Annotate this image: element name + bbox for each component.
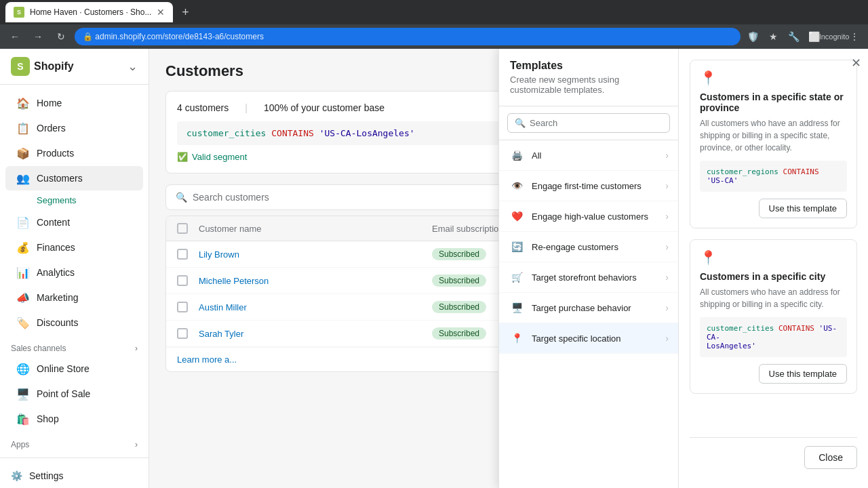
template-item-all-label: All: [532, 150, 541, 161]
row-2-checkbox[interactable]: [177, 302, 188, 312]
sidebar-item-customers-label: Customers: [37, 173, 83, 184]
sidebar-item-pos-label: Point of Sale: [37, 388, 90, 399]
sidebar-item-point-of-sale[interactable]: 🖥️ Point of Sale: [5, 382, 143, 406]
sidebar-item-home[interactable]: 🏠 Home: [5, 91, 143, 115]
finances-icon: 💰: [16, 241, 30, 254]
templates-panel: ✕ Templates Create new segments using cu…: [498, 49, 868, 488]
sidebar-item-products[interactable]: 📦 Products: [5, 141, 143, 165]
td-check-2[interactable]: [177, 302, 199, 312]
orders-icon: 📋: [16, 121, 30, 135]
address-bar[interactable]: 🔒 admin.shopify.com/store/de8143-a6/cust…: [75, 28, 741, 45]
use-template-city-button[interactable]: Use this template: [759, 364, 847, 384]
templates-subtitle: Create new segments using customizable t…: [510, 75, 667, 95]
templates-title: Templates: [510, 60, 667, 72]
all-template-icon: 🖨️: [509, 147, 525, 163]
template-item-engage-first-label: Engage first-time customers: [532, 181, 642, 191]
apps-expand-icon[interactable]: ›: [135, 440, 138, 449]
content-icon: 📄: [16, 216, 30, 229]
row-3-checkbox[interactable]: [177, 328, 188, 339]
templates-search-placeholder: Search: [530, 118, 557, 128]
sidebar-item-content[interactable]: 📄 Content: [5, 210, 143, 235]
th-checkbox: [177, 223, 199, 234]
sidebar-item-orders-label: Orders: [37, 123, 66, 134]
shopify-logo-icon: S: [11, 57, 30, 76]
sidebar-item-discounts[interactable]: 🏷️ Discounts: [5, 310, 143, 335]
apps-label: Apps: [11, 440, 29, 449]
sidebar-nav: 🏠 Home 📋 Orders 📦 Products 👥 Customers S…: [0, 85, 149, 458]
sidebar-item-finances-label: Finances: [37, 242, 75, 253]
sidebar-item-shop-label: Shop: [37, 413, 59, 424]
template-item-reengage[interactable]: 🔄 Re-engage customers ›: [499, 232, 678, 262]
browser-toolbar: ← → ↻ 🔒 admin.shopify.com/store/de8143-a…: [0, 24, 868, 49]
panel-close-button[interactable]: ✕: [851, 56, 861, 70]
template-item-engage-high-left: ❤️ Engage high-value customers: [509, 208, 648, 224]
sidebar-item-analytics[interactable]: 📊 Analytics: [5, 260, 143, 285]
reengage-arrow: ›: [665, 241, 669, 252]
sidebar-sub-item-segments[interactable]: Segments: [5, 191, 143, 209]
extensions-icon[interactable]: 🔧: [785, 28, 802, 45]
td-name-2[interactable]: Austin Miller: [199, 302, 432, 312]
template-item-all[interactable]: 🖨️ All ›: [499, 140, 678, 171]
template-item-storefront[interactable]: 🛒 Target storefront behaviors ›: [499, 262, 678, 293]
search-customers-placeholder: Search customers: [193, 192, 269, 203]
sidebar-item-finances[interactable]: 💰 Finances: [5, 235, 143, 260]
td-name-3[interactable]: Sarah Tyler: [199, 329, 432, 339]
state-card-desc: All customers who have an address for sh…: [700, 117, 847, 154]
shopify-logo[interactable]: S Shopify: [11, 57, 74, 76]
settings-label: Settings: [29, 470, 64, 481]
td-name-0[interactable]: Lily Brown: [199, 249, 432, 260]
row-0-checkbox[interactable]: [177, 249, 188, 260]
template-item-engage-first[interactable]: 👁️ Engage first-time customers ›: [499, 171, 678, 201]
apps-section: Apps ›: [0, 432, 149, 452]
city-card-title: Customers in a specific city: [700, 271, 847, 282]
template-item-purchase-left: 🖥️ Target purchase behavior: [509, 300, 631, 316]
use-template-state-button[interactable]: Use this template: [759, 199, 847, 218]
subscribed-badge-1: Subscribed: [432, 274, 486, 287]
select-all-checkbox[interactable]: [177, 223, 188, 234]
td-check-3[interactable]: [177, 328, 199, 339]
bookmark-icon[interactable]: ★: [765, 28, 781, 45]
forward-button[interactable]: →: [28, 27, 47, 46]
all-template-arrow: ›: [665, 150, 669, 161]
sidebar-item-shop[interactable]: 🛍️ Shop: [5, 407, 143, 431]
template-item-reengage-left: 🔄 Re-engage customers: [509, 239, 618, 255]
close-button[interactable]: Close: [804, 446, 857, 469]
td-check-1[interactable]: [177, 275, 199, 286]
shop-icon: 🛍️: [16, 412, 30, 426]
purchase-icon: 🖥️: [509, 300, 525, 316]
code-value: 'US-CA-LosAngeles': [319, 128, 415, 138]
td-name-1[interactable]: Michelle Peterson: [199, 276, 432, 286]
sales-channels-expand-icon[interactable]: ›: [135, 344, 138, 353]
purchase-arrow: ›: [665, 302, 669, 313]
template-item-purchase-label: Target purchase behavior: [532, 303, 631, 313]
sidebar-chevron-icon[interactable]: ⌄: [127, 59, 138, 74]
template-item-engage-high[interactable]: ❤️ Engage high-value customers ›: [499, 201, 678, 232]
sidebar-item-customers[interactable]: 👥 Customers: [5, 166, 143, 190]
sidebar-item-orders[interactable]: 📋 Orders: [5, 116, 143, 140]
customer-base-pct: 100% of your customer base: [264, 102, 384, 113]
row-1-checkbox[interactable]: [177, 275, 188, 286]
browser-chrome: S Home Haven · Customers · Sho... ✕ + ← …: [0, 0, 868, 49]
active-tab[interactable]: S Home Haven · Customers · Sho... ✕: [5, 2, 173, 22]
location-arrow: ›: [665, 333, 669, 344]
menu-icon[interactable]: ⋮: [846, 28, 863, 45]
new-tab-button[interactable]: +: [176, 3, 195, 22]
detail-spacer: [690, 405, 857, 432]
app-container: S Shopify ⌄ 🏠 Home 📋 Orders 📦 Products 👥…: [0, 49, 868, 488]
state-card-footer: Use this template: [700, 199, 847, 218]
back-button[interactable]: ←: [5, 27, 24, 46]
panel-footer: Close: [690, 437, 857, 477]
tab-close-button[interactable]: ✕: [157, 7, 165, 18]
td-check-0[interactable]: [177, 249, 199, 260]
search-customers-icon: 🔍: [176, 192, 187, 203]
templates-search-input[interactable]: 🔍 Search: [507, 113, 670, 133]
sidebar-item-online-store[interactable]: 🌐 Online Store: [5, 357, 143, 381]
settings-item[interactable]: ⚙️ Settings: [11, 466, 138, 485]
refresh-button[interactable]: ↻: [52, 27, 71, 46]
sidebar-item-marketing[interactable]: 📣 Marketing: [5, 285, 143, 310]
subscribed-badge-3: Subscribed: [432, 327, 486, 340]
template-item-purchase[interactable]: 🖥️ Target purchase behavior ›: [499, 293, 678, 323]
template-item-location[interactable]: 📍 Target specific location ›: [499, 323, 678, 354]
incognito-label: Incognito: [826, 28, 842, 45]
separator: |: [245, 102, 248, 113]
